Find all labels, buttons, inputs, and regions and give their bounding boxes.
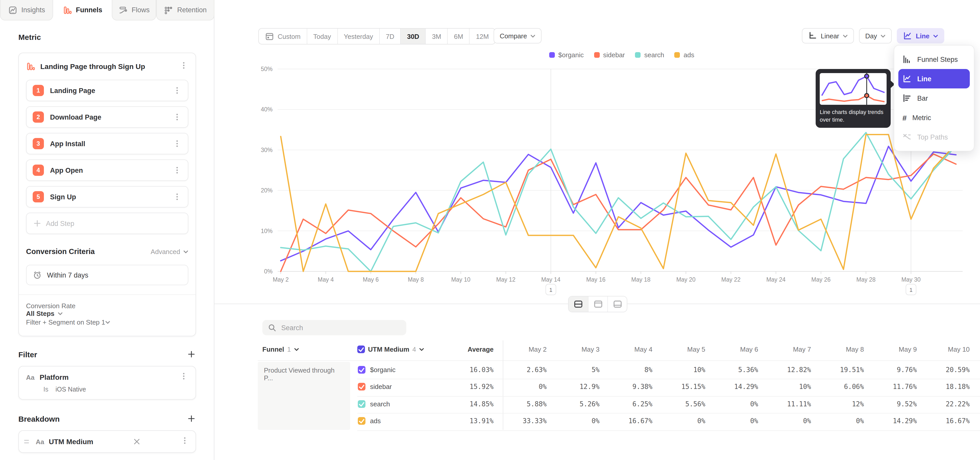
filter-section-header: Filter [18,350,196,359]
annotation-marker[interactable]: 1 [546,284,556,295]
range-label: 12M [476,32,489,40]
svg-text:20%: 20% [261,187,272,194]
legend-item-sidebar[interactable]: sidebar [594,51,625,59]
plus-icon[interactable] [187,350,196,359]
funnel-step-4[interactable]: 4App Open [26,160,188,181]
scale-dropdown[interactable]: Linear [802,28,854,43]
legend-item-organic[interactable]: $organic [549,51,584,59]
range-button-custom[interactable]: Custom [259,29,307,44]
chart-view-toggle[interactable] [588,296,608,312]
chevron-down-icon [881,32,886,40]
range-button-3m[interactable]: 3M [425,29,447,44]
compare-button[interactable]: Compare [493,28,542,43]
funnel-name-cell[interactable]: Product Viewed through P... [258,362,350,430]
breakdown-card[interactable]: Aa UTM Medium [18,430,196,453]
chart-type-dropdown[interactable]: Line [897,28,944,43]
tab-funnels[interactable]: Funnels [53,0,112,21]
funnel-column-header[interactable]: Funnel1 [262,345,299,353]
legend-label: search [644,51,664,59]
average-value: 16.03% [469,366,493,373]
range-button-today[interactable]: Today [307,29,337,44]
menu-item-metric[interactable]: #Metric [898,108,970,127]
kebab-icon[interactable] [172,192,182,201]
row-label-search[interactable]: search [370,400,390,407]
legend-item-search[interactable]: search [635,51,664,59]
annotation-marker[interactable]: 1 [906,284,916,295]
menu-item-funnel-steps[interactable]: Funnel Steps [898,50,970,69]
kebab-icon[interactable] [172,139,182,148]
funnel-title-row[interactable]: Landing Page through Sign Up [26,60,188,73]
row-checkbox-search[interactable] [358,400,366,407]
tab-flows[interactable]: Flows [112,0,156,21]
cell-value: 19.51% [840,366,864,373]
row-checkbox-ads[interactable] [358,417,366,425]
kebab-icon[interactable] [172,86,182,95]
funnel-step-2[interactable]: 2Download Page [26,106,188,128]
line-chart-icon [903,31,912,40]
kebab-icon[interactable] [172,166,182,175]
cell-value: 2.63% [527,366,547,373]
funnel-header-label: Funnel [262,345,284,353]
drag-handle-icon[interactable] [22,437,31,446]
breakdown-column-header[interactable]: UTM Medium4 [357,345,424,353]
chart-legend: $organicsidebarsearchads [281,51,963,59]
range-button-7d[interactable]: 7D [379,29,401,44]
menu-item-top-paths: Top Paths [898,127,970,147]
string-type-icon: Aa [26,373,35,381]
select-all-checkbox[interactable] [357,345,365,353]
funnel-step-1[interactable]: 1Landing Page [26,80,188,101]
series-line-ads [281,135,956,272]
range-button-6m[interactable]: 6M [447,29,469,44]
kebab-icon[interactable] [179,372,188,383]
cell-value: 0% [856,417,864,425]
funnel-step-5[interactable]: 5Sign Up [26,186,188,208]
funnel-step-3[interactable]: 3App Install [26,133,188,154]
add-step-button[interactable]: Add Step [26,212,188,234]
svg-text:May 24: May 24 [767,276,786,283]
menu-item-line[interactable]: Line [898,69,970,88]
menu-item-bar[interactable]: Bar [898,88,970,108]
interval-dropdown[interactable]: Day [859,28,892,43]
split-view-toggle[interactable] [569,296,588,312]
filter-card[interactable]: Aa Platform Is iOS Native [18,366,196,400]
svg-text:May 30: May 30 [901,276,921,283]
cell-value: 0% [697,417,705,425]
tab-insights[interactable]: Insights [0,0,53,21]
row-label-organic[interactable]: $organic [370,366,396,373]
range-button-yesterday[interactable]: Yesterday [337,29,379,44]
row-label-sidebar[interactable]: sidebar [370,383,392,390]
range-button-12m[interactable]: 12M [469,29,495,44]
conversion-window-button[interactable]: Within 7 days [26,265,188,285]
cell-value: 6.25% [632,400,652,407]
sidebar: Metric Landing Page through Sign Up 1Lan… [0,21,215,453]
legend-item-ads[interactable]: ads [675,51,694,59]
table-header-border [258,360,980,361]
tab-retention[interactable]: Retention [156,0,215,21]
search-input[interactable]: Search [262,320,406,335]
advanced-dropdown[interactable]: Advanced [151,248,188,255]
line-chart-icon [902,74,912,83]
breakdown-property: UTM Medium [49,438,93,446]
flows-icon [118,5,127,14]
all-steps-dropdown[interactable]: All Steps [26,310,188,318]
row-checkbox-organic[interactable] [358,366,366,373]
row-checkbox-sidebar[interactable] [358,383,366,390]
cell-value: 0% [750,417,758,425]
plus-icon[interactable] [187,414,196,423]
cell-value: 10% [799,383,811,390]
average-column-border [503,340,503,430]
cell-value: 0% [750,400,758,407]
date-column-header: May 5 [687,345,705,353]
conversion-criteria-heading: Conversion Criteria [26,248,95,256]
row-label-ads[interactable]: ads [370,417,381,425]
kebab-icon[interactable] [179,61,188,72]
range-label: 6M [454,32,463,40]
table-view-toggle[interactable] [608,296,627,312]
legend-label: $organic [558,51,584,59]
kebab-icon[interactable] [172,112,182,121]
filter-segment-dropdown[interactable]: Filter + Segment on Step 1 [26,318,188,329]
close-icon[interactable] [132,437,142,446]
range-button-30d[interactable]: 30D [401,29,425,44]
kebab-icon[interactable] [180,436,189,447]
svg-text:30%: 30% [261,147,272,153]
